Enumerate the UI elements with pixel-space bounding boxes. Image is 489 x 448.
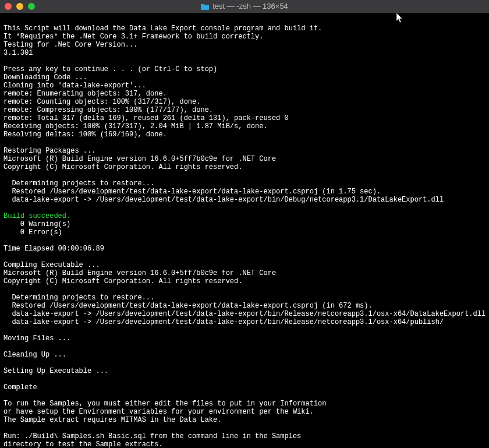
traffic-lights — [5, 3, 35, 10]
terminal-line — [3, 359, 486, 367]
terminal-line: Copyright (C) Microsoft Corporation. All… — [3, 277, 486, 285]
terminal-line: Microsoft (R) Build Engine version 16.6.… — [3, 269, 486, 277]
terminal-line: Restored /Users/development/test/data-la… — [3, 188, 486, 196]
terminal-line: Setting Up Executable ... — [3, 367, 486, 375]
terminal-line: data-lake-export -> /Users/development/t… — [3, 310, 486, 318]
terminal-line: Copyright (C) Microsoft Corporation. All… — [3, 163, 486, 171]
terminal-line: data-lake-export -> /Users/development/t… — [3, 196, 486, 204]
terminal-line — [3, 171, 486, 179]
terminal-line — [3, 326, 486, 334]
terminal-line: 0 Error(s) — [3, 228, 486, 237]
terminal-line: remote: Total 317 (delta 169), reused 26… — [3, 114, 486, 122]
terminal-line — [3, 237, 486, 245]
terminal-line: Press any key to continue . . . (or Ctrl… — [3, 65, 486, 73]
terminal-line: remote: Enumerating objects: 317, done. — [3, 90, 486, 98]
terminal-line: Resolving deltas: 100% (169/169), done. — [3, 130, 486, 139]
terminal-line: Cloning into 'data-lake-export'... — [3, 82, 486, 90]
titlebar[interactable]: test — -zsh — 136×54 — [0, 0, 489, 13]
terminal-line — [3, 424, 486, 432]
close-icon[interactable] — [5, 3, 12, 10]
terminal-line: Run: ./Build\ Samples.sh Basic.sql from … — [3, 432, 486, 440]
terminal-line — [3, 139, 486, 147]
terminal-line — [3, 253, 486, 261]
terminal-line — [3, 375, 486, 383]
terminal-line — [3, 343, 486, 351]
terminal-line: The Sample extract requires MITMAS in th… — [3, 416, 486, 424]
terminal-line: Restoring Packages ... — [3, 147, 486, 155]
folder-icon — [201, 3, 209, 10]
terminal-line: Time Elapsed 00:00:06.89 — [3, 245, 486, 253]
terminal-line: Restored /Users/development/test/data-la… — [3, 302, 486, 310]
window-title: test — -zsh — 136×54 — [212, 2, 288, 10]
terminal-line: 3.1.301 — [3, 49, 486, 57]
terminal-line: 0 Warning(s) — [3, 220, 486, 228]
terminal-line: or have setup the Environment variables … — [3, 408, 486, 416]
terminal-line: Build succeeded. — [3, 212, 486, 220]
terminal-line: To run the Samples, you must either edit… — [3, 400, 486, 408]
title-wrap: test — -zsh — 136×54 — [0, 2, 489, 10]
terminal-line: Determining projects to restore... — [3, 294, 486, 302]
terminal-line: Determining projects to restore... — [3, 179, 486, 188]
terminal-line: Compling Executable ... — [3, 261, 486, 269]
zoom-icon[interactable] — [28, 3, 35, 10]
terminal-line: Moving Files ... — [3, 334, 486, 343]
terminal-output[interactable]: This Script will download the Data Lake … — [0, 13, 489, 448]
terminal-line: Microsoft (R) Build Engine version 16.6.… — [3, 155, 486, 163]
terminal-line: remote: Compressing objects: 100% (177/1… — [3, 106, 486, 114]
terminal-line: This Script will download the Data Lake … — [3, 24, 486, 33]
terminal-line — [3, 57, 486, 65]
terminal-line: data-lake-export -> /Users/development/t… — [3, 318, 486, 326]
terminal-line — [3, 391, 486, 400]
terminal-line: Complete — [3, 383, 486, 391]
terminal-line — [3, 16, 486, 24]
terminal-line: Downloading Code ... — [3, 73, 486, 82]
terminal-line: Cleaning Up ... — [3, 351, 486, 359]
terminal-line: directory to test the Sample extracts. — [3, 440, 486, 448]
terminal-line — [3, 285, 486, 294]
terminal-line: It *Requires* the .Net Core 3.1+ Framewo… — [3, 33, 486, 41]
terminal-line: remote: Counting objects: 100% (317/317)… — [3, 98, 486, 106]
terminal-line: Testing for .Net Core Version... — [3, 41, 486, 49]
minimize-icon[interactable] — [16, 3, 23, 10]
terminal-line: Receiving objects: 100% (317/317), 2.04 … — [3, 122, 486, 130]
terminal-line — [3, 204, 486, 212]
